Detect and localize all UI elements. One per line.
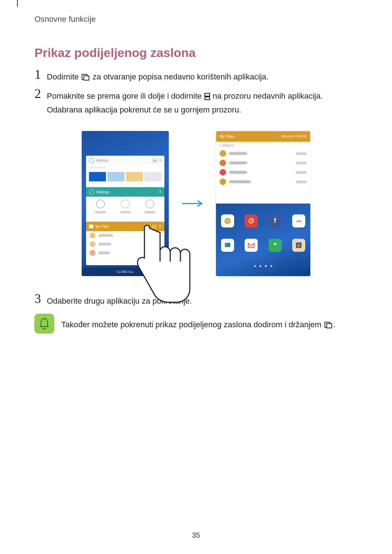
category-label: Category <box>216 142 310 149</box>
close-icon: × <box>159 158 162 163</box>
step-3: 3 Odaberite drugu aplikaciju za pokretan… <box>34 294 358 308</box>
page-content: Osnovne funkcije Prikaz podijeljenog zas… <box>0 0 392 333</box>
close-icon: × <box>159 224 162 229</box>
tip-text: Također možete pokrenuti prikaz podijelj… <box>61 314 335 331</box>
tip-block: Također možete pokrenuti prikaz podijelj… <box>34 314 358 333</box>
split-icon <box>152 225 156 229</box>
gallery-icon <box>292 214 305 227</box>
page-number: 35 <box>0 531 392 539</box>
step-number: 3 <box>34 292 47 305</box>
globe-icon <box>89 158 94 163</box>
bell-tip-icon <box>34 314 54 333</box>
step-2-text: Pomaknite se prema gore ili dolje i dodi… <box>47 89 358 116</box>
close-all-button: CLOSE ALL <box>82 267 169 276</box>
svg-rect-18 <box>327 324 332 328</box>
phone-recent-apps: Internet × Quick access Se <box>82 131 169 276</box>
row-label <box>229 161 247 164</box>
gear-icon <box>89 189 94 194</box>
tip-after: . <box>333 320 335 329</box>
svg-rect-1 <box>84 76 89 80</box>
recent-apps-icon <box>81 71 90 79</box>
step-2-line2: Odabrana aplikacija pokrenut će se u gor… <box>47 105 241 114</box>
images-icon <box>220 150 226 157</box>
split-bottom-panel: @ f ❝ <box>216 204 310 276</box>
chrome-icon <box>221 214 234 227</box>
gmail-icon <box>245 239 258 252</box>
email-icon: @ <box>245 214 258 227</box>
breadcrumb: Osnovne funkcije <box>34 15 358 24</box>
card-title: Internet <box>96 159 109 163</box>
step-2: 2 Pomaknite se prema gore ili dolje i do… <box>34 89 358 116</box>
card-title: My Files <box>95 225 109 229</box>
recent-card-files: My Files × <box>86 222 164 265</box>
card-title: Settings <box>96 190 109 194</box>
svg-rect-2 <box>205 94 209 97</box>
documents-icon <box>220 178 226 185</box>
figure: Internet × Quick access Se <box>34 131 358 276</box>
svg-rect-7 <box>152 227 156 229</box>
row-label <box>229 171 247 174</box>
recent-card-internet: Internet × Quick access <box>86 156 164 192</box>
step-1-before: Dodirnite <box>47 72 81 81</box>
section-title: Prikaz podijeljenog zaslona <box>34 46 358 60</box>
step-1: 1 Dodirnite za otvaranje popisa nedavno … <box>34 70 358 83</box>
facebook-icon: f <box>269 214 282 227</box>
step-2-before: Pomaknite se prema gore ili dolje i dodi… <box>47 91 204 100</box>
step-3-text: Odaberite drugu aplikaciju za pokretanje… <box>47 294 358 308</box>
tip-before: Također možete pokrenuti prikaz podijelj… <box>61 320 324 329</box>
recent-apps-icon <box>324 320 333 327</box>
nav-dots <box>221 263 305 269</box>
svg-rect-5 <box>153 161 157 163</box>
step-1-after: za otvaranje popisa nedavno korištenih a… <box>93 72 268 81</box>
step-1-text: Dodirnite za otvaranje popisa nedavno ko… <box>47 70 358 83</box>
step-2-after: na prozoru nedavnih aplikacija. <box>213 91 323 100</box>
folder-icon <box>89 225 93 228</box>
split-icon <box>153 159 157 163</box>
split-top-panel: My Files SEARCH MORE Category <box>216 131 310 204</box>
step-number: 2 <box>34 87 47 100</box>
hangouts-icon: ❝ <box>269 239 282 252</box>
figure-left-wrapper: Internet × Quick access Se <box>82 131 169 276</box>
instagram-icon <box>292 239 305 252</box>
svg-point-11 <box>226 220 229 222</box>
crop-mark <box>17 0 18 7</box>
picture-icon <box>221 239 234 252</box>
svg-rect-16 <box>296 242 301 244</box>
panel-title: My Files <box>220 134 234 139</box>
videos-icon <box>220 160 226 166</box>
close-icon: × <box>159 190 162 194</box>
step-number: 1 <box>34 68 47 81</box>
svg-point-13 <box>226 244 227 245</box>
recent-card-settings: Settings × <box>86 187 164 227</box>
arrow-right-icon <box>180 200 205 207</box>
audio-icon <box>220 169 226 176</box>
row-label <box>229 180 251 183</box>
svg-rect-3 <box>205 97 209 100</box>
svg-rect-4 <box>153 159 157 160</box>
svg-rect-6 <box>152 225 156 226</box>
split-screen-icon <box>204 91 211 98</box>
row-label <box>229 152 247 155</box>
phone-split-result: My Files SEARCH MORE Category @ f <box>216 131 310 276</box>
